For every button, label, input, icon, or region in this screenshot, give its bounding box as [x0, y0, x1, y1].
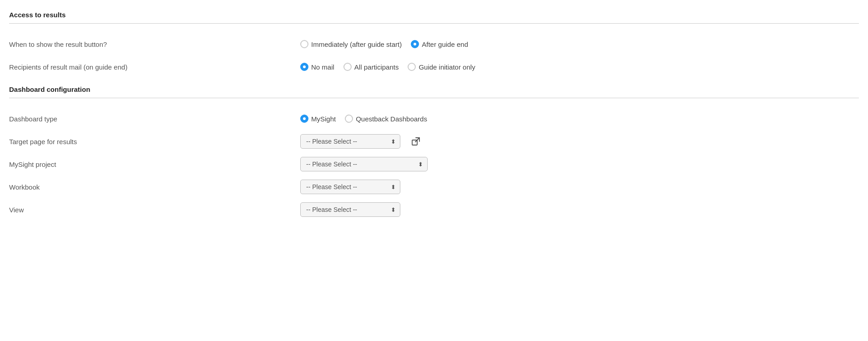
target-page-select-wrapper: -- Please Select -- ⬍	[300, 134, 400, 149]
recipients-controls: No mail All participants Guide initiator…	[300, 63, 475, 71]
target-page-controls: -- Please Select -- ⬍	[300, 134, 422, 149]
radio-no-mail-input[interactable]	[300, 63, 308, 71]
show-result-label: When to show the result button?	[9, 40, 300, 48]
radio-guide-initiator-label: Guide initiator only	[419, 63, 475, 71]
radio-all-participants-input[interactable]	[343, 63, 352, 71]
radio-questback-input[interactable]	[345, 115, 353, 123]
target-page-external-link[interactable]	[409, 135, 422, 148]
access-divider	[9, 23, 859, 24]
view-select-wrapper: -- Please Select -- ⬍	[300, 202, 400, 217]
radio-after-end-input[interactable]	[411, 40, 419, 48]
radio-guide-initiator-input[interactable]	[408, 63, 416, 71]
target-page-select[interactable]: -- Please Select --	[300, 134, 400, 149]
view-row: View -- Please Select -- ⬍	[9, 198, 859, 221]
target-page-label: Target page for results	[9, 138, 300, 145]
dashboard-section-title: Dashboard configuration	[9, 85, 859, 93]
radio-no-mail-label: No mail	[311, 63, 334, 71]
workbook-select[interactable]: -- Please Select --	[300, 180, 400, 194]
recipients-row: Recipients of result mail (on guide end)…	[9, 55, 859, 78]
mysight-project-select-wrapper: -- Please Select -- ⬍	[300, 157, 428, 171]
radio-after-end[interactable]: After guide end	[411, 40, 468, 48]
radio-questback[interactable]: Questback Dashboards	[345, 115, 427, 123]
view-label: View	[9, 206, 300, 214]
dashboard-type-row: Dashboard type MySight Questback Dashboa…	[9, 107, 859, 130]
mysight-project-controls: -- Please Select -- ⬍	[300, 157, 428, 171]
dashboard-type-controls: MySight Questback Dashboards	[300, 115, 427, 123]
mysight-project-label: MySight project	[9, 160, 300, 168]
radio-mysight-label: MySight	[311, 115, 336, 123]
dashboard-type-label: Dashboard type	[9, 115, 300, 123]
view-controls: -- Please Select -- ⬍	[300, 202, 400, 217]
radio-no-mail[interactable]: No mail	[300, 63, 334, 71]
radio-guide-initiator[interactable]: Guide initiator only	[408, 63, 475, 71]
mysight-project-row: MySight project -- Please Select -- ⬍	[9, 153, 859, 176]
show-result-controls: Immediately (after guide start) After gu…	[300, 40, 468, 48]
radio-mysight[interactable]: MySight	[300, 115, 336, 123]
show-result-row: When to show the result button? Immediat…	[9, 33, 859, 55]
radio-all-participants[interactable]: All participants	[343, 63, 399, 71]
radio-questback-label: Questback Dashboards	[356, 115, 427, 123]
workbook-row: Workbook -- Please Select -- ⬍	[9, 176, 859, 198]
view-select[interactable]: -- Please Select --	[300, 202, 400, 217]
mysight-project-select[interactable]: -- Please Select --	[300, 157, 428, 171]
radio-all-participants-label: All participants	[354, 63, 399, 71]
radio-after-end-label: After guide end	[422, 40, 468, 48]
radio-mysight-input[interactable]	[300, 115, 308, 123]
radio-immediately-label: Immediately (after guide start)	[311, 40, 402, 48]
radio-immediately-input[interactable]	[300, 40, 308, 48]
dashboard-divider	[9, 98, 859, 98]
access-section-title: Access to results	[9, 11, 859, 19]
workbook-controls: -- Please Select -- ⬍	[300, 180, 400, 194]
workbook-label: Workbook	[9, 183, 300, 191]
radio-immediately[interactable]: Immediately (after guide start)	[300, 40, 402, 48]
external-link-icon	[411, 137, 420, 146]
recipients-label: Recipients of result mail (on guide end)	[9, 63, 300, 71]
target-page-row: Target page for results -- Please Select…	[9, 130, 859, 153]
workbook-select-wrapper: -- Please Select -- ⬍	[300, 180, 400, 194]
